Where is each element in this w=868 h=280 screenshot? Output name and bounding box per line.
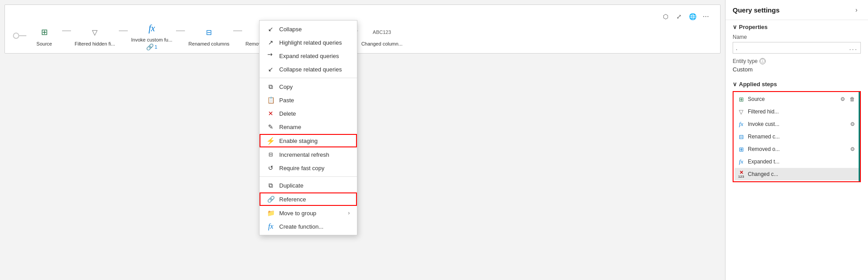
share-icon[interactable]: ⬡ xyxy=(660,11,671,22)
properties-section: ∨ Properties Name . ... Entity type ⓘ Cu… xyxy=(725,20,868,81)
query-steps-bar: ⬡ ⤢ 🌐 ⋯ ⊞ Source ▽ Filtered hidden fi... xyxy=(4,4,721,54)
connector-1 xyxy=(62,30,71,31)
teal-accent-line xyxy=(859,92,860,181)
create-function-icon: fx xyxy=(267,222,275,230)
copy-label: Copy xyxy=(279,84,350,90)
applied-step-changed[interactable]: ✕ 123 Changed c... xyxy=(734,168,859,180)
applied-source-icon: ⊞ xyxy=(737,95,745,103)
connector-0 xyxy=(19,35,26,36)
removed-step-actions: ⚙ xyxy=(848,145,856,153)
properties-chevron: ∨ xyxy=(733,24,737,30)
invoke-gear-btn[interactable]: ⚙ xyxy=(848,120,856,128)
applied-filtered-icon: ▽ xyxy=(737,108,745,116)
panel-header: Query settings › xyxy=(725,0,868,20)
browser-icon[interactable]: 🌐 xyxy=(687,11,698,22)
menu-item-copy[interactable]: ⧉ Copy xyxy=(260,80,357,93)
menu-item-highlight-related[interactable]: ↗ Highlight related queries xyxy=(260,36,357,49)
step-source[interactable]: ⊞ Source xyxy=(26,23,62,48)
more-icon[interactable]: ⋯ xyxy=(700,11,711,22)
connector-4 xyxy=(233,30,242,31)
menu-item-create-function[interactable]: fx Create function... xyxy=(260,220,357,233)
applied-source-label: Source xyxy=(748,96,836,102)
filtered-step-label: Filtered hidden fi... xyxy=(75,41,115,46)
menu-item-incremental-refresh[interactable]: ⊟ Incremental refresh xyxy=(260,148,357,161)
applied-step-filtered[interactable]: ▽ Filtered hid... xyxy=(734,105,859,118)
collapse-related-label: Collapse related queries xyxy=(279,66,350,73)
applied-changed-label: Changed c... xyxy=(748,171,854,177)
incremental-refresh-icon: ⊟ xyxy=(267,150,275,159)
applied-steps-section: ∨ Applied steps ⊞ Source ⚙ 🗑 ▽ Filtered … xyxy=(725,81,868,186)
move-to-group-arrow: › xyxy=(348,210,350,216)
applied-removed-icon: ⊞ xyxy=(737,145,745,153)
step-invoke[interactable]: fx Invoke custom fu... 🔗 1 xyxy=(128,19,176,52)
expand-related-icon: ↗ xyxy=(265,50,276,61)
applied-invoke-icon: fx xyxy=(737,120,745,128)
main-area: ⬡ ⤢ 🌐 ⋯ ⊞ Source ▽ Filtered hidden fi... xyxy=(0,0,725,280)
source-step-icon: ⊞ xyxy=(37,25,51,39)
properties-label: Properties xyxy=(739,24,767,30)
create-function-label: Create function... xyxy=(279,223,350,230)
applied-steps-list: ⊞ Source ⚙ 🗑 ▽ Filtered hid... fx Invoke… xyxy=(733,91,861,182)
separator-2 xyxy=(260,176,357,177)
connector-2 xyxy=(119,30,128,31)
applied-invoke-label: Invoke cust... xyxy=(748,121,846,127)
highlight-related-icon: ↗ xyxy=(267,38,275,46)
reference-label: Reference xyxy=(279,196,350,203)
expand-icon[interactable]: ⤢ xyxy=(674,11,684,22)
menu-item-expand-related[interactable]: ↗ Expand related queries xyxy=(260,49,357,63)
delete-label: Delete xyxy=(279,110,350,117)
menu-item-paste[interactable]: 📋 Paste xyxy=(260,93,357,107)
menu-item-reference[interactable]: 🔗 Reference xyxy=(260,192,357,206)
menu-item-enable-staging[interactable]: ⚡ Enable staging xyxy=(260,134,357,147)
menu-item-duplicate[interactable]: ⧉ Duplicate xyxy=(260,179,357,192)
step-renamed[interactable]: ⊟ Renamed columns xyxy=(185,23,233,48)
start-circle xyxy=(13,33,19,39)
menu-item-require-fast-copy[interactable]: ↺ Require fast copy xyxy=(260,161,357,175)
applied-renamed-icon: ⊟ xyxy=(737,133,745,141)
menu-item-collapse-related[interactable]: ↙ Collapse related queries xyxy=(260,63,357,76)
applied-steps-label: Applied steps xyxy=(739,81,777,88)
step-filtered[interactable]: ▽ Filtered hidden fi... xyxy=(71,23,119,48)
removed-gear-btn[interactable]: ⚙ xyxy=(848,145,856,153)
applied-step-renamed[interactable]: ⊟ Renamed c... xyxy=(734,130,859,143)
menu-item-rename[interactable]: ✎ Rename xyxy=(260,120,357,134)
invoke-step-icon: fx xyxy=(145,21,159,35)
renamed-step-label: Renamed columns xyxy=(189,41,230,46)
applied-step-removed[interactable]: ⊞ Removed o... ⚙ xyxy=(734,143,859,155)
applied-step-invoke[interactable]: fx Invoke cust... ⚙ xyxy=(734,118,859,130)
enable-staging-icon: ⚡ xyxy=(267,137,275,145)
steps-flow: ⊞ Source ▽ Filtered hidden fi... fx Invo… xyxy=(8,19,717,52)
source-gear-btn[interactable]: ⚙ xyxy=(839,95,847,103)
step-changed[interactable]: ABC 123 Changed column... xyxy=(358,23,406,48)
source-delete-btn[interactable]: 🗑 xyxy=(848,95,856,103)
reference-icon: 🔗 xyxy=(267,195,275,203)
applied-steps-section-title[interactable]: ∨ Applied steps xyxy=(733,81,861,88)
collapse-related-icon: ↙ xyxy=(267,65,275,73)
move-to-group-label: Move to group xyxy=(279,210,344,217)
require-fast-copy-label: Require fast copy xyxy=(279,165,350,171)
invoke-step-label: Invoke custom fu... xyxy=(131,37,172,42)
applied-step-source[interactable]: ⊞ Source ⚙ 🗑 xyxy=(734,93,859,105)
filter-step-icon: ▽ xyxy=(88,25,102,39)
applied-renamed-label: Renamed c... xyxy=(748,134,854,140)
duplicate-icon: ⧉ xyxy=(267,181,275,189)
menu-item-collapse[interactable]: ↙ Collapse xyxy=(260,22,357,36)
highlight-related-label: Highlight related queries xyxy=(279,39,350,46)
invoke-step-ref: 🔗 1 xyxy=(146,43,157,50)
menu-item-delete[interactable]: ✕ Delete xyxy=(260,107,357,120)
properties-section-title[interactable]: ∨ Properties xyxy=(733,24,861,30)
paste-label: Paste xyxy=(279,97,350,104)
duplicate-label: Duplicate xyxy=(279,182,350,189)
toolbar-icons: ⬡ ⤢ 🌐 ⋯ xyxy=(660,11,711,22)
panel-collapse-btn[interactable]: › xyxy=(852,5,861,14)
changed-step-label: Changed column... xyxy=(361,41,403,46)
entity-type-info-icon: ⓘ xyxy=(759,58,766,64)
name-field-input[interactable]: . ... xyxy=(733,42,861,54)
source-step-label: Source xyxy=(37,41,52,46)
name-field-dots: ... xyxy=(849,44,858,52)
menu-item-move-to-group[interactable]: 📁 Move to group › xyxy=(260,206,357,220)
context-menu: ↙ Collapse ↗ Highlight related queries ↗… xyxy=(259,20,357,235)
applied-step-expanded[interactable]: fx Expanded t... xyxy=(734,155,859,168)
delete-icon: ✕ xyxy=(267,109,275,117)
applied-expanded-label: Expanded t... xyxy=(748,159,854,165)
